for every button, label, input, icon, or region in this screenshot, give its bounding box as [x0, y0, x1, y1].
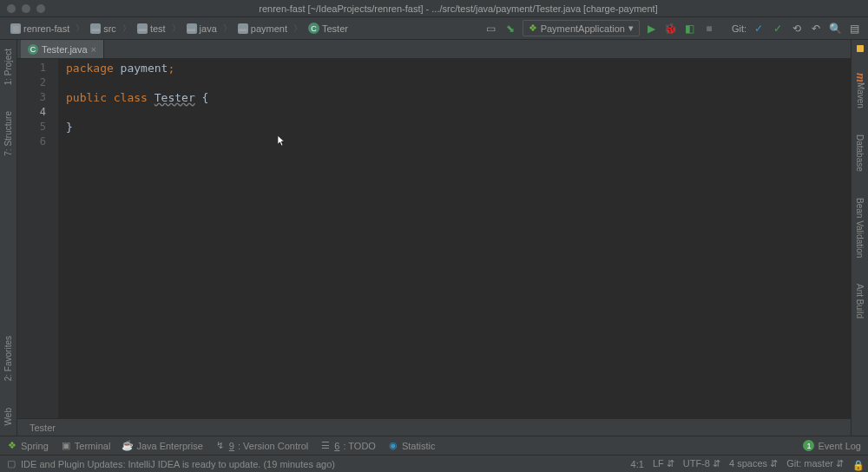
- spring-icon: ❖: [7, 441, 17, 451]
- editor-tab-tester[interactable]: C Tester.java ×: [21, 40, 104, 58]
- tool-spring[interactable]: ❖ Spring: [7, 441, 49, 451]
- sidebar-web[interactable]: Web: [3, 408, 13, 425]
- class-icon: C: [308, 23, 319, 34]
- tool-version-control[interactable]: ↯ 9: Version Control: [215, 441, 308, 451]
- breadcrumb-module[interactable]: ▦ renren-fast: [7, 22, 73, 36]
- right-tool-sidebar: mMaven Database Bean Validation Ant Buil…: [851, 40, 868, 436]
- editor-breadcrumb-bar[interactable]: Tester: [17, 418, 851, 436]
- breadcrumb-payment[interactable]: ▬ payment: [234, 22, 291, 36]
- status-right: 4:1 LF ⇵ UTF-8 ⇵ 4 spaces ⇵ Git: master …: [631, 458, 861, 469]
- class-icon: C: [28, 44, 38, 55]
- git-branch-selector[interactable]: Git: master ⇵: [786, 458, 844, 469]
- tool-event-log[interactable]: 1 Event Log: [803, 440, 861, 451]
- search-icon[interactable]: 🔍: [828, 22, 842, 36]
- build-icon[interactable]: ▭: [484, 22, 498, 36]
- run-button[interactable]: ▶: [645, 22, 659, 36]
- breadcrumb-sep-icon: 〉: [223, 23, 232, 35]
- maximize-window-icon[interactable]: [36, 4, 45, 13]
- sidebar-favorites[interactable]: 2: Favorites: [3, 336, 13, 381]
- statistic-icon: ◉: [388, 441, 398, 451]
- git-commit-icon[interactable]: ✓: [771, 22, 785, 36]
- code-content[interactable]: package payment; public class Tester { }: [59, 59, 851, 418]
- toolbar-right: ▭ ⬊ ❖ PaymentApplication ▾ ▶ 🐞 ◧ ■ Git: …: [484, 20, 861, 36]
- debug-button[interactable]: 🐞: [664, 22, 678, 36]
- sidebar-project[interactable]: 1: Project: [3, 49, 13, 85]
- tool-todo[interactable]: ☰ 6: TODO: [320, 441, 376, 451]
- coverage-button[interactable]: ◧: [683, 22, 697, 36]
- minimize-window-icon[interactable]: [22, 4, 30, 13]
- run-configuration-selector[interactable]: ❖ PaymentApplication ▾: [523, 20, 640, 36]
- tool-java-enterprise[interactable]: ☕ Java Enterprise: [122, 441, 202, 451]
- folder-icon: ▬: [137, 23, 148, 34]
- status-bar: ▢ IDE and Plugin Updates: IntelliJ IDEA …: [0, 455, 868, 472]
- encoding-selector[interactable]: UTF-8 ⇵: [683, 458, 720, 469]
- sidebar-structure[interactable]: 7: Structure: [3, 111, 13, 156]
- breadcrumb-sep-icon: 〉: [122, 23, 131, 35]
- close-window-icon[interactable]: [7, 4, 16, 13]
- breadcrumb-java[interactable]: ▬ java: [183, 22, 220, 36]
- vcs-icon: ↯: [215, 441, 226, 451]
- breadcrumb-sep-icon: 〉: [172, 23, 181, 35]
- indent-selector[interactable]: 4 spaces ⇵: [729, 458, 778, 469]
- breadcrumbs: ▦ renren-fast 〉 ▬ src 〉 ▬ test 〉 ▬ java …: [7, 21, 484, 36]
- window-title: renren-fast [~/IdeaProjects/renren-fast]…: [56, 3, 861, 14]
- terminal-icon: ▣: [61, 441, 71, 451]
- tool-terminal[interactable]: ▣ Terminal: [61, 441, 111, 451]
- tool-statistic[interactable]: ◉ Statistic: [388, 441, 436, 451]
- git-history-icon[interactable]: ⟲: [790, 22, 804, 36]
- ide-settings-icon[interactable]: ▤: [847, 22, 861, 36]
- window-controls: [7, 4, 45, 13]
- breadcrumb-test[interactable]: ▬ test: [134, 22, 169, 36]
- sidebar-bean-validation[interactable]: Bean Validation: [855, 198, 865, 258]
- folder-icon: ▬: [238, 23, 248, 34]
- editor-area: C Tester.java × 1 2 3 4 5 6 package paym…: [17, 40, 851, 436]
- sidebar-ant-build[interactable]: Ant Build: [855, 284, 865, 318]
- status-message[interactable]: ▢ IDE and Plugin Updates: IntelliJ IDEA …: [7, 458, 335, 469]
- breadcrumb-sep-icon: 〉: [76, 23, 84, 35]
- todo-icon: ☰: [320, 441, 331, 451]
- code-editor[interactable]: 1 2 3 4 5 6 package payment; public clas…: [17, 59, 851, 418]
- left-tool-sidebar: 1: Project 7: Structure 2: Favorites Web: [0, 40, 17, 436]
- stop-button[interactable]: ■: [702, 22, 716, 36]
- navigation-bar: ▦ renren-fast 〉 ▬ src 〉 ▬ test 〉 ▬ java …: [0, 17, 868, 40]
- lock-icon[interactable]: 🔒: [852, 460, 861, 469]
- breadcrumb-sep-icon: 〉: [293, 23, 302, 35]
- window-toggle-icon[interactable]: ▢: [7, 458, 16, 469]
- bottom-tool-window-bar: ❖ Spring ▣ Terminal ☕ Java Enterprise ↯ …: [0, 436, 868, 455]
- folder-icon: ▬: [90, 23, 101, 34]
- git-update-icon[interactable]: ✓: [752, 22, 766, 36]
- title-bar: renren-fast [~/IdeaProjects/renren-fast]…: [0, 0, 868, 17]
- module-icon: ▦: [10, 23, 21, 34]
- editor-tabs: C Tester.java ×: [17, 40, 851, 59]
- event-badge: 1: [803, 440, 814, 451]
- git-revert-icon[interactable]: ↶: [809, 22, 823, 36]
- folder-icon: ▬: [187, 23, 197, 34]
- warning-marker-icon[interactable]: [857, 45, 864, 52]
- line-ending-selector[interactable]: LF ⇵: [653, 458, 674, 469]
- spring-icon: ❖: [529, 23, 537, 34]
- java-icon: ☕: [122, 441, 133, 451]
- cursor-position[interactable]: 4:1: [631, 459, 644, 469]
- breadcrumb-src[interactable]: ▬ src: [87, 22, 120, 36]
- main-area: 1: Project 7: Structure 2: Favorites Web…: [0, 40, 868, 436]
- hammer-icon[interactable]: ⬊: [503, 22, 517, 36]
- breadcrumb-class[interactable]: C Tester: [305, 21, 352, 36]
- git-label: Git:: [732, 23, 746, 34]
- chevron-down-icon: ▾: [628, 23, 634, 34]
- sidebar-database[interactable]: Database: [855, 134, 865, 172]
- sidebar-maven[interactable]: mMaven: [853, 73, 867, 108]
- line-gutter: 1 2 3 4 5 6: [17, 59, 59, 418]
- close-tab-icon[interactable]: ×: [91, 44, 96, 55]
